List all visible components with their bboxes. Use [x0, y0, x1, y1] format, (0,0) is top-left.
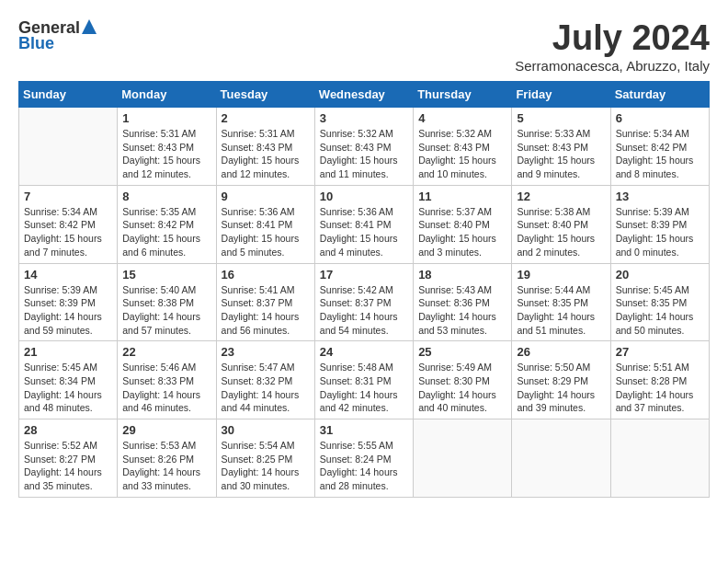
day-number: 14: [24, 268, 112, 282]
calendar-cell: 21Sunrise: 5:45 AM Sunset: 8:34 PM Dayli…: [19, 341, 118, 419]
calendar-cell: 13Sunrise: 5:39 AM Sunset: 8:39 PM Dayli…: [610, 185, 709, 263]
day-number: 4: [418, 111, 506, 125]
day-info: Sunrise: 5:51 AM Sunset: 8:28 PM Dayligh…: [616, 361, 704, 415]
day-info: Sunrise: 5:40 AM Sunset: 8:38 PM Dayligh…: [122, 283, 210, 338]
calendar-cell: 17Sunrise: 5:42 AM Sunset: 8:37 PM Dayli…: [314, 263, 413, 341]
day-number: 23: [222, 345, 310, 359]
logo-shape: [82, 19, 97, 38]
day-number: 24: [320, 345, 408, 359]
day-info: Sunrise: 5:54 AM Sunset: 8:25 PM Dayligh…: [222, 439, 310, 493]
day-info: Sunrise: 5:39 AM Sunset: 8:39 PM Dayligh…: [24, 283, 112, 338]
day-info: Sunrise: 5:31 AM Sunset: 8:43 PM Dayligh…: [222, 127, 310, 181]
calendar-cell: 3Sunrise: 5:32 AM Sunset: 8:43 PM Daylig…: [314, 108, 413, 186]
weekday-header: Tuesday: [216, 82, 314, 108]
calendar-cell: 1Sunrise: 5:31 AM Sunset: 8:43 PM Daylig…: [118, 108, 216, 186]
day-number: 8: [122, 190, 210, 203]
day-number: 19: [517, 268, 605, 282]
calendar-cell: 20Sunrise: 5:45 AM Sunset: 8:35 PM Dayli…: [610, 263, 709, 341]
day-info: Sunrise: 5:32 AM Sunset: 8:43 PM Dayligh…: [418, 127, 506, 181]
day-info: Sunrise: 5:36 AM Sunset: 8:41 PM Dayligh…: [222, 205, 310, 259]
day-info: Sunrise: 5:31 AM Sunset: 8:43 PM Dayligh…: [122, 127, 210, 181]
calendar-week-row: 7Sunrise: 5:34 AM Sunset: 8:42 PM Daylig…: [19, 185, 710, 263]
calendar-cell: 31Sunrise: 5:55 AM Sunset: 8:24 PM Dayli…: [314, 419, 413, 498]
day-info: Sunrise: 5:42 AM Sunset: 8:37 PM Dayligh…: [320, 283, 408, 338]
day-number: 6: [616, 111, 704, 125]
day-number: 11: [418, 190, 506, 203]
calendar-cell: 11Sunrise: 5:37 AM Sunset: 8:40 PM Dayli…: [414, 185, 512, 263]
svg-marker-0: [82, 19, 97, 34]
calendar-cell: 25Sunrise: 5:49 AM Sunset: 8:30 PM Dayli…: [414, 341, 512, 419]
logo-blue-text: Blue: [18, 34, 54, 53]
day-info: Sunrise: 5:38 AM Sunset: 8:40 PM Dayligh…: [517, 205, 605, 259]
calendar-header-row: SundayMondayTuesdayWednesdayThursdayFrid…: [19, 82, 710, 108]
day-number: 25: [418, 345, 506, 359]
calendar-cell: 23Sunrise: 5:47 AM Sunset: 8:32 PM Dayli…: [216, 341, 314, 419]
calendar-cell: 24Sunrise: 5:48 AM Sunset: 8:31 PM Dayli…: [314, 341, 413, 419]
day-info: Sunrise: 5:55 AM Sunset: 8:24 PM Dayligh…: [320, 439, 408, 493]
day-number: 27: [616, 345, 704, 359]
day-number: 3: [320, 111, 408, 125]
calendar-cell: 18Sunrise: 5:43 AM Sunset: 8:36 PM Dayli…: [414, 263, 512, 341]
day-number: 18: [418, 268, 506, 282]
calendar-cell: 2Sunrise: 5:31 AM Sunset: 8:43 PM Daylig…: [216, 108, 314, 186]
calendar-cell: [610, 419, 709, 498]
month-title: July 2024: [515, 18, 710, 58]
day-number: 2: [222, 111, 310, 125]
weekday-header: Monday: [118, 82, 216, 108]
weekday-header: Saturday: [610, 82, 709, 108]
calendar-table: SundayMondayTuesdayWednesdayThursdayFrid…: [18, 81, 710, 498]
calendar-cell: 8Sunrise: 5:35 AM Sunset: 8:42 PM Daylig…: [118, 185, 216, 263]
title-section: July 2024 Serramonacesca, Abruzzo, Italy: [515, 18, 710, 74]
subtitle: Serramonacesca, Abruzzo, Italy: [515, 58, 710, 74]
calendar-cell: 14Sunrise: 5:39 AM Sunset: 8:39 PM Dayli…: [19, 263, 118, 341]
day-number: 31: [320, 423, 408, 437]
calendar-cell: [512, 419, 610, 498]
day-info: Sunrise: 5:34 AM Sunset: 8:42 PM Dayligh…: [24, 205, 112, 259]
calendar-cell: [19, 108, 118, 186]
day-info: Sunrise: 5:35 AM Sunset: 8:42 PM Dayligh…: [122, 205, 210, 259]
day-number: 10: [320, 190, 408, 203]
calendar-cell: 5Sunrise: 5:33 AM Sunset: 8:43 PM Daylig…: [512, 108, 610, 186]
day-info: Sunrise: 5:44 AM Sunset: 8:35 PM Dayligh…: [517, 283, 605, 338]
day-info: Sunrise: 5:53 AM Sunset: 8:26 PM Dayligh…: [122, 439, 210, 493]
day-number: 9: [222, 190, 310, 203]
calendar-cell: 26Sunrise: 5:50 AM Sunset: 8:29 PM Dayli…: [512, 341, 610, 419]
day-info: Sunrise: 5:46 AM Sunset: 8:33 PM Dayligh…: [122, 361, 210, 415]
calendar-cell: 29Sunrise: 5:53 AM Sunset: 8:26 PM Dayli…: [118, 419, 216, 498]
day-info: Sunrise: 5:36 AM Sunset: 8:41 PM Dayligh…: [320, 205, 408, 259]
weekday-header: Friday: [512, 82, 610, 108]
calendar-week-row: 21Sunrise: 5:45 AM Sunset: 8:34 PM Dayli…: [19, 341, 710, 419]
day-number: 13: [616, 190, 704, 203]
day-number: 15: [122, 268, 210, 282]
day-number: 29: [122, 423, 210, 437]
calendar-cell: 19Sunrise: 5:44 AM Sunset: 8:35 PM Dayli…: [512, 263, 610, 341]
day-info: Sunrise: 5:39 AM Sunset: 8:39 PM Dayligh…: [616, 205, 704, 259]
calendar-cell: 4Sunrise: 5:32 AM Sunset: 8:43 PM Daylig…: [414, 108, 512, 186]
calendar-cell: 28Sunrise: 5:52 AM Sunset: 8:27 PM Dayli…: [19, 419, 118, 498]
day-info: Sunrise: 5:49 AM Sunset: 8:30 PM Dayligh…: [418, 361, 506, 415]
day-number: 16: [222, 268, 310, 282]
calendar-cell: 16Sunrise: 5:41 AM Sunset: 8:37 PM Dayli…: [216, 263, 314, 341]
day-info: Sunrise: 5:47 AM Sunset: 8:32 PM Dayligh…: [222, 361, 310, 415]
day-info: Sunrise: 5:41 AM Sunset: 8:37 PM Dayligh…: [222, 283, 310, 338]
calendar-week-row: 28Sunrise: 5:52 AM Sunset: 8:27 PM Dayli…: [19, 419, 710, 498]
day-number: 5: [517, 111, 605, 125]
calendar-cell: 7Sunrise: 5:34 AM Sunset: 8:42 PM Daylig…: [19, 185, 118, 263]
day-info: Sunrise: 5:45 AM Sunset: 8:34 PM Dayligh…: [24, 361, 112, 415]
calendar-cell: 30Sunrise: 5:54 AM Sunset: 8:25 PM Dayli…: [216, 419, 314, 498]
calendar-cell: 9Sunrise: 5:36 AM Sunset: 8:41 PM Daylig…: [216, 185, 314, 263]
day-number: 22: [122, 345, 210, 359]
calendar-cell: 15Sunrise: 5:40 AM Sunset: 8:38 PM Dayli…: [118, 263, 216, 341]
day-number: 7: [24, 190, 112, 203]
day-number: 26: [517, 345, 605, 359]
calendar-week-row: 14Sunrise: 5:39 AM Sunset: 8:39 PM Dayli…: [19, 263, 710, 341]
calendar-cell: 10Sunrise: 5:36 AM Sunset: 8:41 PM Dayli…: [314, 185, 413, 263]
calendar-cell: 6Sunrise: 5:34 AM Sunset: 8:42 PM Daylig…: [610, 108, 709, 186]
day-info: Sunrise: 5:32 AM Sunset: 8:43 PM Dayligh…: [320, 127, 408, 181]
calendar-cell: 22Sunrise: 5:46 AM Sunset: 8:33 PM Dayli…: [118, 341, 216, 419]
day-number: 21: [24, 345, 112, 359]
day-number: 1: [122, 111, 210, 125]
calendar-cell: [414, 419, 512, 498]
day-info: Sunrise: 5:34 AM Sunset: 8:42 PM Dayligh…: [616, 127, 704, 181]
calendar-cell: 12Sunrise: 5:38 AM Sunset: 8:40 PM Dayli…: [512, 185, 610, 263]
